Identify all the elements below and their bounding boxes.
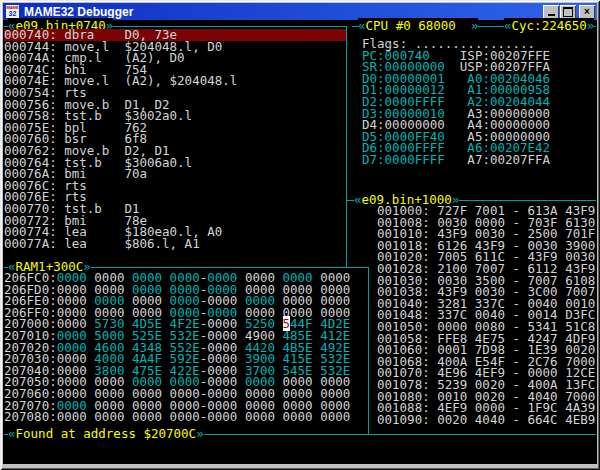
ram-separator xyxy=(275,409,283,424)
memory-row[interactable]: 001090: 0020 4040 - 664C 4EB9 xyxy=(377,414,595,426)
chevron-right-icon: » xyxy=(471,18,479,33)
minimize-button[interactable] xyxy=(543,5,559,19)
maximize-icon xyxy=(563,7,573,17)
chevron-right-icon: » xyxy=(196,426,204,441)
memory-address: 001090: xyxy=(377,412,437,427)
cycles-value: Cyc:224650 xyxy=(512,18,587,33)
ram-word: 0000 xyxy=(57,409,87,424)
disasm-operands: (A2), $204048.l xyxy=(124,73,237,88)
cycles-header: «Cyc:224650» xyxy=(504,20,594,32)
cpu-registers-panel: Flags: ................PC:000740ISP:0020… xyxy=(362,38,550,166)
debugger-window: MAME 32 MAME32 Debugger × «e09.bin+0740»… xyxy=(0,0,600,470)
disasm-address: 00077A: xyxy=(4,238,64,250)
ram-row[interactable]: 207080:0000 0000 0000 0000-0000 0000 000… xyxy=(4,411,350,423)
disasm-mnemonic: lea xyxy=(64,238,124,250)
ram-separator xyxy=(237,409,245,424)
bottom-panel-divider xyxy=(368,267,369,434)
ram-word: 0000 xyxy=(94,409,124,424)
cpu-panel-title: CPU #0 68000 xyxy=(366,18,471,33)
memory-data: 0020 4040 - 664C 4EB9 xyxy=(437,412,595,427)
chevron-left-icon: « xyxy=(358,18,366,33)
register-value: A7:00207FFA xyxy=(460,152,550,167)
status-message: «Found at address $20700C» xyxy=(8,428,204,440)
disasm-operands: 70a xyxy=(124,166,147,181)
chevron-left-icon: « xyxy=(354,192,362,207)
app-icon-text-bottom: 32 xyxy=(9,10,17,17)
ram-word: 0000 xyxy=(320,409,350,424)
ram-word: 0000 xyxy=(132,409,162,424)
cpu-panel-header: «CPU #0 68000 » xyxy=(358,20,478,32)
window-title: MAME32 Debugger xyxy=(24,5,543,19)
ram-word: 0000 xyxy=(207,409,237,424)
mame32-app-icon: MAME 32 xyxy=(6,5,19,18)
ram-address: 207080: xyxy=(4,409,57,424)
close-button[interactable]: × xyxy=(579,5,595,19)
title-bar-buttons: × xyxy=(543,5,595,19)
disasm-panel: 000740:dbraD0, 73e000744:move.l$204048.l… xyxy=(4,29,346,249)
chevron-left-icon: « xyxy=(504,18,512,33)
ram-separator xyxy=(162,409,170,424)
ram-separator xyxy=(124,409,132,424)
memory-dump-panel: 001000: 727F 7001 - 613A 43F9001008: 003… xyxy=(377,205,595,425)
disasm-row[interactable]: 00077A:lea$806.l, A1 xyxy=(4,238,346,250)
cpu-register-row: D7:0000FFFF A7:00207FFA xyxy=(362,154,550,166)
close-icon: × xyxy=(584,6,590,17)
ram-word: 0000 xyxy=(283,409,313,424)
minimize-icon xyxy=(548,14,555,16)
status-text: Found at address $20700C xyxy=(16,426,197,441)
maximize-button[interactable] xyxy=(560,5,576,19)
chevron-left-icon: « xyxy=(8,426,16,441)
ram-word: 0000 xyxy=(245,409,275,424)
chevron-right-icon: » xyxy=(587,18,595,33)
register-value: D7:0000FFFF xyxy=(362,154,460,166)
ram-word: 0000 xyxy=(170,409,200,424)
disasm-operands: $806.l, A1 xyxy=(124,236,199,251)
top-panel-divider xyxy=(346,26,347,267)
ram-dump-panel: 206FC0:0000 0000 0000 0000-0000 0000 000… xyxy=(4,272,350,423)
